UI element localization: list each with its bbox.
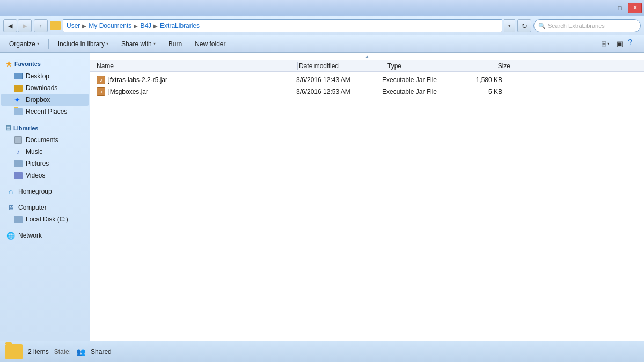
organize-dropdown-arrow: ▾ bbox=[37, 41, 39, 46]
sidebar-item-downloads[interactable]: Downloads bbox=[1, 82, 89, 94]
search-icon: 🔍 bbox=[538, 23, 546, 29]
maximize-button[interactable]: □ bbox=[613, 3, 627, 13]
libraries-section: ⊟ Libraries Documents ♪ Music Pictures bbox=[0, 122, 90, 181]
path-sep-2: ▶ bbox=[134, 23, 138, 29]
status-shared-label: Shared bbox=[91, 348, 112, 356]
music-label: Music bbox=[26, 148, 42, 156]
pane-icon: ▣ bbox=[617, 40, 623, 48]
jar-file-icon: J bbox=[97, 87, 105, 96]
col-header-type[interactable]: Type bbox=[387, 62, 463, 70]
include-label: Include in library bbox=[58, 40, 105, 48]
sidebar-item-homegroup[interactable]: ⌂ Homegroup bbox=[1, 186, 89, 197]
videos-label: Videos bbox=[26, 172, 45, 179]
organize-button[interactable]: Organize ▾ bbox=[3, 38, 45, 50]
path-extralibraries[interactable]: ExtraLibraries bbox=[160, 22, 200, 29]
localdisk-label: Local Disk (C:) bbox=[26, 216, 68, 223]
file-list: J jfxtras-labs-2.2-r5.jar 3/6/2016 12:43… bbox=[90, 72, 644, 341]
sidebar-item-music[interactable]: ♪ Music bbox=[1, 146, 89, 158]
documents-icon bbox=[14, 136, 23, 144]
shared-icon: 👥 bbox=[76, 348, 85, 356]
star-icon: ★ bbox=[5, 60, 12, 68]
status-bar: 2 items State: 👥 Shared bbox=[0, 341, 644, 362]
sidebar-item-documents[interactable]: Documents bbox=[1, 134, 89, 146]
homegroup-label: Homegroup bbox=[18, 188, 52, 195]
sidebar-item-pictures[interactable]: Pictures bbox=[1, 158, 89, 169]
sidebar-item-videos[interactable]: Videos bbox=[1, 169, 89, 181]
jar-file-icon: J bbox=[97, 76, 105, 84]
view-icon: ⊞ bbox=[601, 40, 607, 48]
music-icon: ♪ bbox=[14, 147, 23, 156]
path-dropdown-button[interactable]: ▾ bbox=[504, 19, 515, 32]
favorites-section: ★ Favorites Desktop Downloads ✦ Dropbox bbox=[0, 57, 90, 117]
pictures-label: Pictures bbox=[26, 160, 49, 167]
pictures-icon bbox=[14, 159, 23, 168]
share-label: Share with bbox=[121, 40, 152, 48]
help-button[interactable]: ? bbox=[628, 38, 641, 50]
localdisk-icon bbox=[14, 215, 23, 224]
path-b4j[interactable]: B4J bbox=[140, 22, 151, 29]
command-bar: Organize ▾ Include in library ▾ Share wi… bbox=[0, 35, 644, 53]
scroll-up-arrow[interactable]: ▲ bbox=[365, 54, 369, 59]
address-path[interactable]: User ▶ My Documents ▶ B4J ▶ ExtraLibrari… bbox=[63, 19, 502, 32]
file-date-cell: 3/6/2016 12:53 AM bbox=[296, 88, 382, 95]
file-name: jfxtras-labs-2.2-r5.jar bbox=[108, 76, 167, 84]
burn-button[interactable]: Burn bbox=[163, 38, 188, 50]
sidebar-item-network[interactable]: 🌐 Network bbox=[1, 230, 89, 241]
recent-places-icon bbox=[14, 107, 23, 116]
network-label: Network bbox=[18, 232, 42, 239]
col-header-date[interactable]: Date modified bbox=[299, 62, 385, 70]
table-row[interactable]: J jMsgboxes.jar 3/6/2016 12:53 AM Execut… bbox=[90, 86, 644, 98]
homegroup-section: ⌂ Homegroup bbox=[0, 186, 90, 197]
pane-button[interactable]: ▣ bbox=[613, 38, 627, 50]
path-sep-1: ▶ bbox=[82, 23, 86, 29]
include-dropdown-arrow: ▾ bbox=[106, 41, 108, 46]
refresh-button[interactable]: ↻ bbox=[517, 19, 531, 32]
address-bar: ◀ ▶ ↑ User ▶ My Documents ▶ B4J ▶ ExtraL… bbox=[0, 16, 644, 35]
favorites-header[interactable]: ★ Favorites bbox=[0, 57, 90, 70]
view-mode-button[interactable]: ⊞ ▾ bbox=[598, 38, 612, 50]
col-header-size[interactable]: Size bbox=[465, 62, 519, 70]
path-root[interactable]: User bbox=[67, 22, 80, 29]
computer-label: Computer bbox=[18, 204, 47, 211]
share-dropdown-arrow: ▾ bbox=[153, 41, 156, 46]
videos-icon bbox=[14, 171, 23, 180]
table-row[interactable]: J jfxtras-labs-2.2-r5.jar 3/6/2016 12:43… bbox=[90, 74, 644, 86]
window-controls: – □ ✕ bbox=[598, 3, 642, 13]
nav-buttons: ◀ ▶ bbox=[3, 19, 32, 32]
status-count: 2 items bbox=[28, 348, 49, 356]
file-size-cell: 1,580 KB bbox=[457, 76, 511, 84]
forward-button[interactable]: ▶ bbox=[18, 19, 32, 32]
up-button[interactable]: ↑ bbox=[34, 19, 48, 32]
libraries-header[interactable]: ⊟ Libraries bbox=[0, 122, 90, 134]
libraries-icon: ⊟ bbox=[5, 124, 11, 132]
main-area: ★ Favorites Desktop Downloads ✦ Dropbox bbox=[0, 53, 644, 341]
search-box[interactable]: 🔍 Search ExtraLibraries bbox=[533, 19, 641, 32]
favorites-label: Favorites bbox=[14, 61, 41, 67]
view-arrow-icon: ▾ bbox=[607, 41, 609, 46]
back-button[interactable]: ◀ bbox=[3, 19, 17, 32]
downloads-label: Downloads bbox=[26, 84, 57, 92]
file-area: ▲ Name Date modified Type Size J jfxtras… bbox=[90, 53, 644, 341]
new-folder-label: New folder bbox=[195, 40, 225, 48]
sidebar-item-localdisk[interactable]: Local Disk (C:) bbox=[1, 213, 89, 225]
computer-icon: 🖥 bbox=[6, 203, 15, 212]
minimize-button[interactable]: – bbox=[598, 3, 612, 13]
sidebar-item-dropbox[interactable]: ✦ Dropbox bbox=[1, 94, 89, 106]
include-library-button[interactable]: Include in library ▾ bbox=[52, 38, 114, 50]
network-section: 🌐 Network bbox=[0, 230, 90, 241]
close-button[interactable]: ✕ bbox=[628, 3, 642, 13]
scroll-indicator: ▲ bbox=[90, 53, 644, 60]
cmd-separator-1 bbox=[48, 39, 49, 49]
share-with-button[interactable]: Share with ▾ bbox=[115, 38, 162, 50]
sidebar-item-desktop[interactable]: Desktop bbox=[1, 70, 89, 82]
sidebar-item-computer[interactable]: 🖥 Computer bbox=[1, 202, 89, 213]
col-header-name[interactable]: Name bbox=[92, 62, 296, 70]
path-mydocuments[interactable]: My Documents bbox=[89, 22, 131, 29]
file-name-cell: J jfxtras-labs-2.2-r5.jar bbox=[92, 76, 296, 84]
homegroup-icon: ⌂ bbox=[6, 187, 15, 196]
location-folder-icon bbox=[50, 21, 61, 30]
downloads-icon bbox=[14, 84, 23, 92]
new-folder-button[interactable]: New folder bbox=[189, 38, 231, 50]
search-placeholder: Search ExtraLibraries bbox=[548, 23, 605, 29]
sidebar-item-recent[interactable]: Recent Places bbox=[1, 106, 89, 117]
